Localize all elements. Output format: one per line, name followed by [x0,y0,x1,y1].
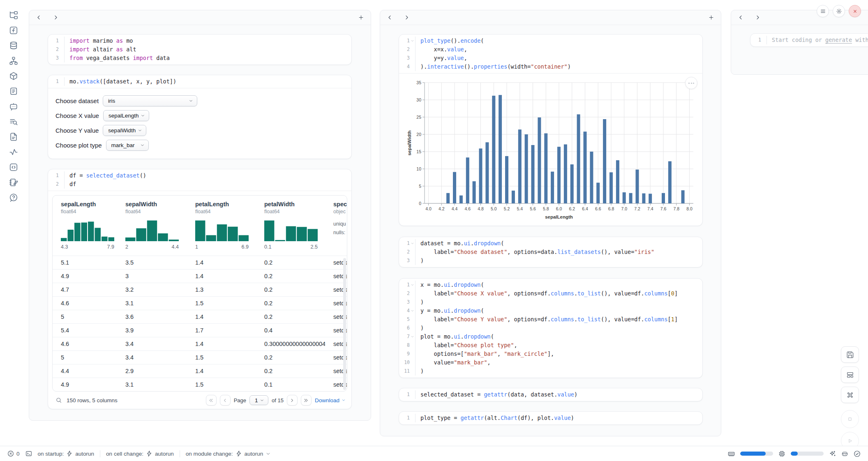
chevron-right-icon[interactable] [53,14,59,21]
code-editor[interactable]: 1x = mo.ui.dropdown(2 label="Choose X va… [399,279,702,378]
fold-chevron-icon[interactable] [410,242,415,246]
add-column-icon[interactable] [358,14,364,21]
dropdown-select[interactable]: mark_bar [106,140,149,151]
chevron-left-icon[interactable] [387,14,393,21]
autorun-on-module-change[interactable]: on module change: autorun [186,450,271,457]
module-change-label: on module change: [186,451,233,457]
bot-chat-icon[interactable] [9,102,18,111]
page-select[interactable]: 1 [249,395,268,405]
table-column-header[interactable]: speciobjecuniqunulls: [325,201,347,256]
table-row[interactable]: 5.43.91.70.4setos [53,323,347,337]
code-editor[interactable]: 1import marimo as mo2import altair as al… [48,35,351,65]
code-line: 1df = selected_dataset() [48,171,351,180]
table-row[interactable]: 53.41.50.2setos [53,350,347,364]
ram-icon [728,450,735,457]
svg-text:35: 35 [416,80,421,85]
keyboard-shortcuts-button[interactable] [841,387,859,403]
table-row[interactable]: 4.73.21.30.2setos [53,283,347,296]
startup-value: autorun [75,451,94,457]
dropdown-select[interactable]: sepalLength [103,110,149,121]
generate-link[interactable]: generate [825,37,852,43]
shutdown-button[interactable] [849,5,861,17]
column-min-max: 16.9 [195,244,249,250]
fold-chevron-icon[interactable] [410,39,415,43]
help-chat-icon[interactable] [9,193,18,202]
chevron-left-icon[interactable] [738,14,744,21]
connection-check-icon[interactable] [854,450,861,457]
code-line: 2import altair as alt [48,45,351,54]
table-cell: 3.9 [117,327,187,334]
code-editor[interactable]: 1selected_dataset = getattr(data, datase… [399,388,702,401]
chevron-right-icon[interactable] [404,14,410,21]
fold-chevron-icon[interactable] [410,283,415,287]
chevron-left-icon[interactable] [36,14,42,21]
table-row[interactable]: 53.61.40.2setos [53,310,347,323]
ai-sparkles-icon[interactable] [829,450,836,457]
code-editor[interactable]: 1plot_type().encode(2 x=x.value,3 y=y.va… [399,35,702,73]
code-block-icon[interactable] [9,163,18,172]
code-editor[interactable]: 1mo.vstack([dataset, x, y, plot]) [48,75,351,88]
table-cell: 3 [117,273,187,279]
code-editor[interactable]: 1 Start coding or generate with [750,34,868,46]
gear-icon [836,8,842,14]
dropdown-select[interactable]: iris [103,95,197,106]
close-icon [852,8,858,14]
table-column-header[interactable]: petalWidthfloat640.12.5 [256,201,325,256]
fold-chevron-icon[interactable] [410,335,415,339]
previous-page-button[interactable] [220,395,231,406]
code-editor[interactable]: 1dataset = mo.ui.dropdown(2 label="Choos… [399,237,702,267]
copilot-icon[interactable] [841,450,848,457]
scroll-icon[interactable] [9,87,18,96]
stop-button[interactable] [841,410,859,428]
next-page-button[interactable] [287,395,298,406]
table-row[interactable]: 4.63.11.50.2setos [53,296,347,310]
table-column-header[interactable]: sepalWidthfloat6424.4 [117,201,187,256]
table-column-header[interactable]: petalLengthfloat6416.9 [187,201,256,256]
error-count[interactable]: 0 [7,450,20,457]
layout-button[interactable] [841,366,859,383]
chevron-right-icon[interactable] [755,14,761,21]
download-button[interactable]: Download [315,397,346,403]
table-row[interactable]: 4.93.11.50.1setos [53,378,347,391]
settings-button[interactable] [833,5,845,17]
autorun-on-startup[interactable]: on startup: autorun [38,450,95,457]
code-editor[interactable]: 1plot_type = getattr(alt.Chart(df), plot… [399,412,702,424]
fold-chevron-icon[interactable] [410,309,415,313]
document-icon[interactable] [9,132,18,141]
table-scrollbar[interactable] [343,258,346,390]
search-icon[interactable] [55,397,62,403]
table-row[interactable]: 5.13.51.40.2setos [53,256,347,269]
dropdown-select[interactable]: sepalWidth [103,125,146,136]
table-row[interactable]: 4.63.41.40.30000000000000004setos [53,337,347,350]
function-square-icon[interactable] [9,26,18,35]
table-row[interactable]: 4.931.40.2setos [53,269,347,283]
activity-icon[interactable] [9,148,18,157]
menu-button[interactable] [817,5,829,17]
terminal-button[interactable] [25,450,32,457]
code-line: 3) [399,256,702,265]
svg-text:6.8: 6.8 [608,206,614,211]
table-row[interactable]: 4.42.91.40.2setos [53,364,347,378]
code-line: 8 label="Choose plot type", [399,341,702,350]
notebook-column-1: 1import marimo as mo2import altair as al… [29,10,371,421]
dropdown-controls: Choose datasetirisChoose X valuesepalLen… [48,88,351,159]
control-row: Choose plot typemark_bar [55,140,344,151]
add-column-icon[interactable] [708,14,714,21]
code-line: 1x = mo.ui.dropdown( [399,281,702,289]
column-type: float64 [61,209,117,214]
code-editor[interactable]: 1df = selected_dataset()2df [48,169,351,191]
table-column-header[interactable]: sepalLengthfloat644.37.9 [53,201,117,256]
file-tree-icon[interactable] [9,11,18,20]
notebook-pen-icon[interactable] [9,178,18,187]
package-cube-icon[interactable] [9,71,18,81]
table-cell: 4.4 [53,368,117,374]
search-list-icon[interactable] [9,117,18,126]
org-chart-icon[interactable] [9,56,18,65]
save-button[interactable] [841,346,859,363]
first-page-button[interactable] [206,395,217,406]
database-icon[interactable] [9,41,18,50]
page-select-value: 1 [255,397,260,403]
autorun-on-cell-change[interactable]: on cell change: autorun [106,450,174,457]
last-page-button[interactable] [301,395,312,406]
chart-menu-button[interactable] [685,77,697,89]
